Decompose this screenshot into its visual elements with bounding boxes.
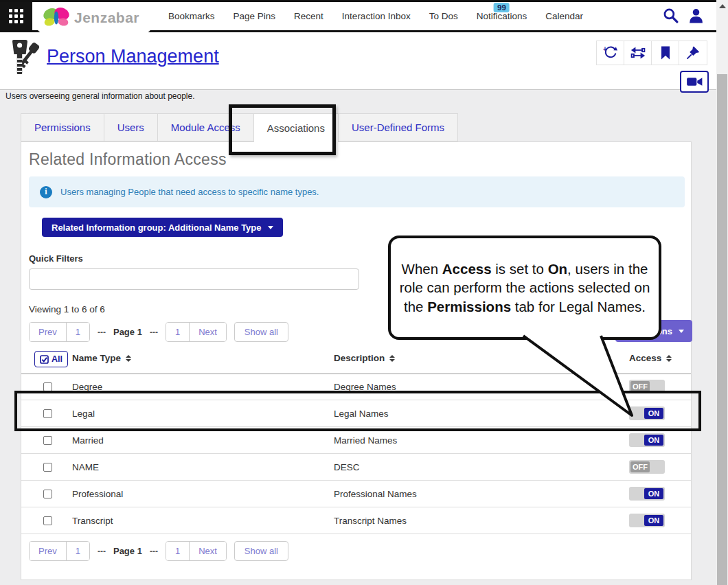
tab-associations[interactable]: Associations: [253, 113, 338, 142]
viewing-count-text: Viewing 1 to 6 of 6: [29, 304, 105, 314]
quick-filters-label: Quick Filters: [29, 253, 83, 264]
header-action-group: +: [596, 41, 707, 65]
pagination-ellipsis: ---: [150, 547, 158, 556]
access-toggle-label: ON: [644, 515, 663, 526]
row-name-type: Degree: [72, 382, 102, 392]
table-row: Married Married Names ON: [21, 427, 691, 454]
page-number-button[interactable]: 1: [66, 323, 89, 341]
pagination-ellipsis: ---: [98, 328, 106, 337]
row-description: Professional Names: [334, 489, 417, 499]
page-number-button[interactable]: 1: [166, 323, 189, 341]
user-menu-button[interactable]: [688, 8, 704, 27]
quick-filters-input[interactable]: [29, 268, 359, 290]
vertical-scrollbar[interactable]: [716, 0, 728, 585]
notifications-count-badge: 99: [494, 3, 510, 12]
search-button[interactable]: [662, 7, 679, 27]
brand-name: Jenzabar: [74, 10, 139, 26]
row-name-type: NAME: [72, 462, 99, 472]
jenzabar-logo[interactable]: Jenzabar: [36, 2, 152, 34]
transfer-icon: [630, 45, 646, 60]
access-toggle[interactable]: ON: [629, 514, 665, 527]
video-button[interactable]: [680, 71, 709, 93]
video-camera-icon: [686, 76, 703, 88]
table-row: Professional Professional Names ON: [21, 481, 691, 507]
prev-button[interactable]: Prev: [30, 323, 66, 341]
tab-permissions[interactable]: Permissions: [21, 113, 104, 141]
page-header: Person Management +: [0, 32, 716, 89]
row-checkbox[interactable]: [43, 463, 52, 472]
prev-button[interactable]: Prev: [30, 542, 66, 560]
next-button[interactable]: Next: [189, 323, 226, 341]
bookmark-button[interactable]: [652, 41, 679, 65]
select-all-button[interactable]: All: [34, 351, 68, 367]
access-toggle[interactable]: OFF: [629, 380, 665, 393]
chevron-down-icon: [268, 226, 273, 229]
page-number-button[interactable]: 1: [66, 542, 89, 560]
nav-item-label: Recent: [294, 11, 323, 21]
app-grid-icon: [9, 9, 23, 23]
nav-item-recent[interactable]: Recent: [294, 2, 323, 30]
row-checkbox[interactable]: [43, 436, 52, 445]
row-description: Degree Names: [334, 382, 396, 392]
column-header-description[interactable]: Description: [334, 353, 395, 363]
pagination-ellipsis: ---: [98, 547, 106, 556]
access-toggle[interactable]: ON: [629, 406, 665, 420]
page-number-button[interactable]: 1: [166, 542, 189, 560]
related-information-group-button[interactable]: Related Information group: Additional Na…: [42, 218, 283, 237]
pin-icon: [685, 45, 701, 60]
table-row: Transcript Transcript Names ON: [21, 507, 691, 534]
page-title-link[interactable]: Person Management: [47, 46, 219, 67]
table-body: Degree Degree Names OFF Legal Legal Name…: [21, 374, 691, 534]
info-icon: i: [40, 186, 52, 198]
top-nav: BookmarksPage PinsRecentInteraction Inbo…: [168, 2, 583, 30]
tab-panel: Related Information Access i Users manag…: [21, 141, 692, 580]
page-description: Users overseeing general information abo…: [5, 91, 195, 101]
row-name-type: Professional: [72, 489, 123, 499]
pin-button[interactable]: [679, 41, 707, 65]
access-toggle[interactable]: ON: [629, 433, 665, 447]
scroll-up-arrow-icon[interactable]: [719, 4, 726, 8]
top-bar: Jenzabar BookmarksPage PinsRecentInterac…: [0, 0, 716, 32]
refresh-add-button[interactable]: +: [597, 41, 624, 65]
table-row: Degree Degree Names OFF: [21, 374, 691, 400]
access-toggle[interactable]: ON: [629, 487, 665, 501]
row-checkbox[interactable]: [43, 409, 52, 418]
nav-item-to-dos[interactable]: To Dos: [429, 2, 458, 30]
nav-item-interaction-inbox[interactable]: Interaction Inbox: [342, 2, 411, 30]
section-title: Related Information Access: [29, 150, 227, 169]
show-all-button[interactable]: Show all: [234, 541, 288, 561]
tab-user-defined-forms[interactable]: User-Defined Forms: [338, 113, 458, 141]
table-row: NAME DESC OFF: [21, 454, 691, 481]
key-icon: [5, 38, 43, 78]
access-toggle-label: ON: [644, 488, 663, 499]
scrollbar-thumb[interactable]: [717, 74, 727, 585]
nav-item-label: Calendar: [545, 11, 583, 21]
table-header: All Name Type Description Access: [21, 348, 691, 374]
row-checkbox[interactable]: [43, 516, 52, 525]
nav-item-notifications[interactable]: 99Notifications: [477, 2, 527, 30]
current-page-label: Page 1: [113, 327, 142, 337]
callout-bubble: When Access is set to On, users in the r…: [388, 236, 661, 340]
nav-item-bookmarks[interactable]: Bookmarks: [168, 2, 215, 30]
row-name-type: Legal: [72, 409, 95, 419]
info-banner: i Users managing People that need access…: [29, 176, 685, 207]
transfer-button[interactable]: [624, 41, 652, 65]
access-toggle-label: ON: [644, 408, 663, 419]
access-toggle[interactable]: OFF: [629, 460, 665, 474]
tab-module-access[interactable]: Module Access: [157, 113, 253, 141]
tab-users[interactable]: Users: [104, 113, 157, 141]
pagination-ellipsis: ---: [150, 328, 158, 337]
nav-item-label: Page Pins: [234, 11, 276, 21]
column-header-access[interactable]: Access: [629, 353, 672, 363]
row-checkbox[interactable]: [43, 490, 52, 498]
nav-item-calendar[interactable]: Calendar: [545, 2, 583, 30]
next-button[interactable]: Next: [189, 542, 226, 560]
access-toggle-label: OFF: [630, 461, 650, 472]
svg-text:+: +: [603, 45, 607, 53]
nav-item-label: Interaction Inbox: [342, 11, 411, 21]
column-header-name-type[interactable]: Name Type: [72, 353, 131, 363]
app-launcher-button[interactable]: [0, 2, 32, 30]
row-checkbox[interactable]: [43, 382, 52, 391]
nav-item-page-pins[interactable]: Page Pins: [234, 2, 276, 30]
show-all-button[interactable]: Show all: [234, 322, 288, 342]
